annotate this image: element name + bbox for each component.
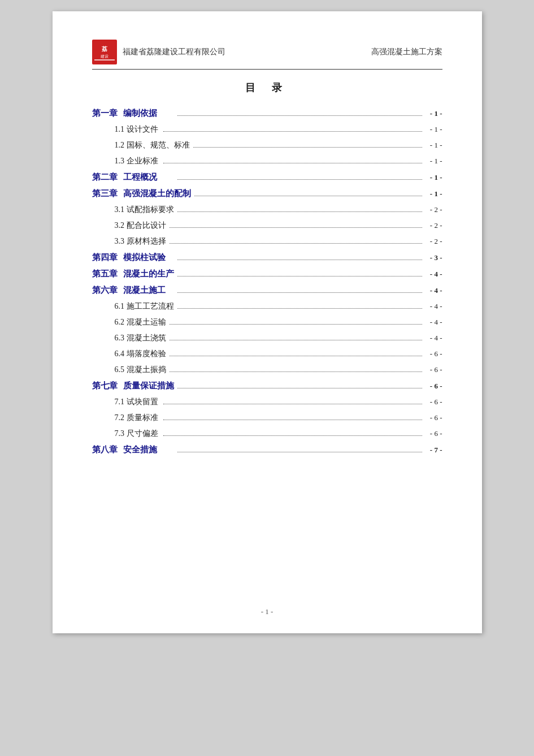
toc-item-2: 1.1 设计文件 - 1 - — [92, 124, 442, 135]
toc-item-10: 第四章 模拟柱试验 - 3 - — [92, 252, 442, 263]
toc-item-3: 1.2 国标、规范、标准 - 1 - — [92, 140, 442, 150]
toc-item-8: 3.2 配合比设计 - 2 - — [92, 221, 442, 231]
toc-item-11: 第五章 混凝土的生产 - 4 - — [92, 269, 442, 279]
company-name: 福建省荔隆建设工程有限公司 — [123, 47, 225, 57]
document-page: 荔 建设 福建省荔隆建设工程有限公司 高强混凝土施工方案 目 录 第一章 编制依… — [53, 11, 482, 633]
toc-item-9: 3.3 原材料选择 - 2 - — [92, 236, 442, 247]
sub-num: 7.1 试块留置 — [115, 397, 160, 407]
dots — [163, 420, 422, 420]
dots — [170, 324, 422, 325]
toc-item-13: 6.1 施工工艺流程 - 4 - — [92, 301, 442, 312]
dots — [177, 179, 422, 180]
dots — [194, 196, 422, 196]
page-num: - 1 - — [426, 125, 442, 134]
svg-text:荔: 荔 — [101, 46, 108, 52]
dots — [163, 404, 422, 404]
page-num: - 2 - — [426, 237, 442, 246]
dots — [170, 371, 422, 372]
dots — [170, 243, 422, 244]
sub-num: 6.4 塌落度检验 — [115, 349, 166, 359]
chapter-num: 第一章 — [92, 108, 123, 119]
sub-num: 3.1 试配指标要求 — [115, 205, 174, 215]
toc-item-12: 第六章 混凝土施工 - 4 - — [92, 285, 442, 296]
page-num: - 6 - — [426, 429, 442, 438]
sub-num: 6.2 混凝土运输 — [115, 317, 166, 327]
page-num: - 7 - — [426, 446, 442, 455]
dots — [177, 260, 422, 260]
sub-num: 7.3 尺寸偏差 — [115, 429, 160, 439]
toc-title: 目 录 — [92, 81, 442, 94]
toc-item-21: 7.3 尺寸偏差 - 6 - — [92, 429, 442, 439]
chapter-label: 模拟柱试验 — [123, 252, 174, 263]
page-num: - 4 - — [426, 318, 442, 327]
chapter-num: 第二章 — [92, 172, 123, 183]
page-num: - 4 - — [426, 334, 442, 343]
sub-num: 1.2 国标、规范、标准 — [115, 140, 190, 150]
chapter-num: 第三章 — [92, 188, 123, 199]
toc-item-4: 1.3 企业标准 - 1 - — [92, 156, 442, 166]
doc-title-header: 高强混凝土施工方案 — [371, 47, 442, 57]
toc-content: 第一章 编制依据 - 1 - 1.1 设计文件 - 1 - 1.2 国标、规范、… — [92, 108, 442, 455]
dots — [177, 276, 422, 277]
page-num: - 2 - — [426, 221, 442, 230]
page-num: - 2 - — [426, 205, 442, 214]
page-num: - 1 - — [426, 157, 442, 166]
chapter-label: 高强混凝土的配制 — [123, 188, 191, 199]
dots — [177, 115, 422, 116]
page-num: - 1 - — [426, 173, 442, 182]
page-num: - 4 - — [426, 302, 442, 311]
dots — [177, 388, 422, 388]
chapter-label: 编制依据 — [123, 108, 174, 119]
sub-num: 3.3 原材料选择 — [115, 236, 166, 247]
toc-item-7: 3.1 试配指标要求 - 2 - — [92, 205, 442, 215]
chapter-label: 混凝土的生产 — [123, 269, 174, 279]
sub-num: 6.3 混凝土浇筑 — [115, 333, 166, 343]
chapter-num: 第六章 — [92, 285, 123, 296]
toc-item-18: 第七章 质量保证措施 - 6 - — [92, 381, 442, 391]
toc-item-20: 7.2 质量标准 - 6 - — [92, 413, 442, 423]
page-num: - 3 - — [426, 253, 442, 262]
toc-item-19: 7.1 试块留置 - 6 - — [92, 397, 442, 407]
header-left: 荔 建设 福建省荔隆建设工程有限公司 — [92, 40, 225, 64]
sub-num: 6.1 施工工艺流程 — [115, 301, 174, 312]
dots — [177, 452, 422, 452]
toc-item-22: 第八章 安全措施 - 7 - — [92, 444, 442, 455]
dots — [170, 340, 422, 340]
dots — [193, 147, 422, 148]
page-footer: - 1 - — [53, 607, 482, 616]
chapter-num: 第五章 — [92, 269, 123, 279]
dots — [177, 308, 422, 309]
toc-item-15: 6.3 混凝土浇筑 - 4 - — [92, 333, 442, 343]
dots — [163, 435, 422, 436]
toc-item-6: 第三章 高强混凝土的配制 - 1 - — [92, 188, 442, 199]
page-num: - 6 - — [426, 365, 442, 374]
page-num: - 6 - — [426, 398, 442, 407]
page-num: - 1 - — [426, 141, 442, 150]
sub-num: 1.1 设计文件 — [115, 124, 160, 135]
page-num: - 4 - — [426, 286, 442, 295]
page-num: - 4 - — [426, 270, 442, 279]
page-num: - 6 - — [426, 382, 442, 391]
chapter-num: 第七章 — [92, 381, 123, 391]
page-num: - 1 - — [426, 189, 442, 198]
sub-num: 6.5 混凝土振捣 — [115, 365, 166, 375]
company-logo: 荔 建设 — [92, 40, 117, 64]
page-num: - 1 - — [426, 109, 442, 118]
chapter-num: 第八章 — [92, 444, 123, 455]
dots — [170, 356, 422, 356]
toc-item-5: 第二章 工程概况 - 1 - — [92, 172, 442, 183]
dots — [163, 131, 422, 132]
chapter-label: 工程概况 — [123, 172, 174, 183]
chapter-label: 安全措施 — [123, 444, 174, 455]
chapter-label: 混凝土施工 — [123, 285, 174, 296]
toc-item-1: 第一章 编制依据 - 1 - — [92, 108, 442, 119]
toc-item-16: 6.4 塌落度检验 - 6 - — [92, 349, 442, 359]
dots — [170, 227, 422, 228]
page-num: - 6 - — [426, 413, 442, 422]
sub-num: 3.2 配合比设计 — [115, 221, 166, 231]
page-number: - 1 - — [261, 607, 273, 616]
document-header: 荔 建设 福建省荔隆建设工程有限公司 高强混凝土施工方案 — [92, 40, 442, 70]
toc-item-17: 6.5 混凝土振捣 - 6 - — [92, 365, 442, 375]
sub-num: 7.2 质量标准 — [115, 413, 160, 423]
dots — [177, 211, 422, 212]
